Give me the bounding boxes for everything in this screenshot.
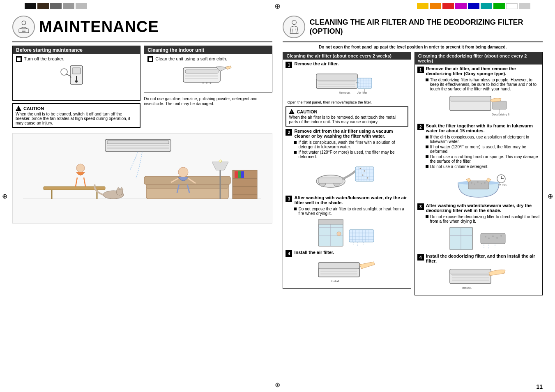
- step2-svg: [314, 161, 380, 194]
- color-bar: [506, 3, 518, 9]
- svg-line-33: [76, 178, 77, 187]
- deodorizing-step2-svg: 15 min: [448, 171, 509, 201]
- bullet-text: If dirt is conspicuous, wash the filter …: [298, 140, 408, 149]
- ac-unit-image: ✦ ✦ ✦: [147, 64, 268, 88]
- svg-point-120: [474, 184, 475, 185]
- bullet-square: [426, 215, 428, 218]
- color-bar: [519, 3, 530, 9]
- bullet-text: Do not expose the air filter to direct s…: [298, 207, 408, 216]
- step-num-4: 4: [286, 250, 292, 257]
- svg-point-82: [364, 171, 365, 172]
- svg-text:Install.: Install.: [331, 279, 340, 283]
- cleaning-note: Do not use gasoline, benzine, polishing …: [144, 95, 272, 107]
- air-filter-col: Cleaning the air filter (about once ever…: [283, 52, 411, 297]
- room-scene-svg: [23, 137, 261, 219]
- maintenance-title: MAINTENANCE: [39, 18, 159, 36]
- bullet-square: [294, 151, 297, 154]
- color-bar: [76, 3, 87, 9]
- registration-mark-top: [274, 2, 282, 10]
- svg-point-119: [471, 182, 472, 184]
- bullet-square: [294, 208, 297, 210]
- color-bars-right: [417, 3, 530, 9]
- air-filter-header: Cleaning the air filter (about once ever…: [283, 52, 410, 60]
- before-starting-section: Before starting maintenance Turn off the…: [12, 46, 140, 101]
- cleaning-note-text: Do not use gasoline, benzine, polishing …: [144, 97, 257, 106]
- bullet-square: [426, 136, 428, 138]
- color-bar: [455, 3, 467, 9]
- svg-line-47: [292, 28, 293, 33]
- step2-image: [286, 161, 408, 194]
- svg-point-84: [367, 178, 368, 179]
- bullet-item: If the dirt is conspicuous, use a soluti…: [426, 135, 540, 144]
- step3-d-label: After washing with water/lukewarm water,…: [426, 203, 540, 213]
- svg-rect-141: [450, 269, 491, 274]
- svg-rect-112: [450, 96, 491, 101]
- svg-point-123: [484, 182, 486, 184]
- ac-unit-svg: ✦ ✦ ✦: [181, 64, 235, 88]
- svg-point-32: [76, 164, 85, 172]
- deodorizing-header: Cleaning the deodorizing filter (about o…: [415, 52, 542, 65]
- before-starting-col: Before starting maintenance Turn off the…: [12, 46, 140, 130]
- step3-label: After washing with water/lukewarm water,…: [294, 195, 408, 205]
- svg-point-133: [488, 238, 490, 239]
- step2-d-label: Soak the filter together with its frame …: [426, 123, 540, 133]
- bullet-item: If dirt is conspicuous, wash the filter …: [294, 140, 408, 149]
- svg-point-136: [500, 235, 502, 237]
- registration-mark-left: [2, 192, 7, 200]
- step-item: Turn off the breaker.: [16, 56, 137, 62]
- deodorizing-step2-image: 15 min: [417, 171, 540, 201]
- color-bars-left: [25, 3, 87, 9]
- color-bar: [468, 3, 479, 9]
- right-header-title: CLEANING THE AIR FILTER AND THE DEODORIZ…: [309, 18, 543, 36]
- step-num-d2: 2: [417, 124, 424, 130]
- caution-box-left: CAUTION When the unit is to be cleaned, …: [12, 103, 140, 128]
- right-columns: Cleaning the air filter (about once ever…: [283, 52, 543, 297]
- step1-clean-text: Clean the unit using a soft dry cloth.: [155, 56, 227, 61]
- caution-af-text: When the air filter is to be removed, do…: [289, 115, 405, 124]
- caution-label: CAUTION: [23, 106, 44, 111]
- svg-line-48: [296, 28, 297, 33]
- svg-text:Deodorizing filter: Deodorizing filter: [492, 113, 509, 116]
- maintenance-header: MAINTENANCE: [12, 12, 272, 42]
- bullet-square: [426, 155, 428, 158]
- svg-point-122: [481, 183, 482, 184]
- svg-point-103: [337, 232, 341, 236]
- svg-text:←: ←: [355, 80, 360, 85]
- air-filter-section: Cleaning the air filter (about once ever…: [283, 52, 411, 289]
- person-icon-svg: [286, 19, 302, 35]
- step1-text: Turn off the breaker.: [24, 56, 64, 61]
- deodorizing-step3-svg: [448, 225, 509, 252]
- svg-point-132: [485, 236, 486, 238]
- bullet-item: The deodorizing filter is harmless to pe…: [426, 78, 540, 91]
- step1-open-note: Open the front panel, then remove/replac…: [286, 100, 408, 104]
- svg-rect-50: [316, 74, 357, 80]
- svg-text:Remove.: Remove.: [339, 91, 350, 94]
- step3-d-bullets: Do not expose the deodorizing filter to …: [417, 214, 540, 224]
- maintenance-icon: [12, 16, 35, 38]
- svg-rect-105: [318, 263, 359, 269]
- deodorizing-step4: 4 Install the deodorizing filter, and th…: [417, 254, 540, 263]
- bullet-item: Do not expose the deodorizing filter to …: [426, 214, 540, 224]
- svg-point-38: [219, 160, 221, 162]
- maintenance-sections: Before starting maintenance Turn off the…: [12, 46, 272, 130]
- caution-af-label: CAUTION: [297, 109, 317, 114]
- color-bar: [493, 3, 505, 9]
- svg-rect-44: [238, 171, 241, 178]
- svg-point-81: [359, 168, 361, 169]
- bullet-item: Do not expose the air filter to direct s…: [294, 207, 408, 216]
- caution-header-af: CAUTION: [289, 109, 405, 114]
- svg-point-0: [22, 21, 26, 25]
- svg-point-27: [178, 167, 188, 177]
- deodorizing-step3: 3 After washing with water/lukewarm wate…: [417, 203, 540, 213]
- svg-text:✦ ✦ ✦: ✦ ✦ ✦: [202, 81, 212, 85]
- color-bar: [63, 3, 74, 9]
- bullet-item: Do not use a chlorine detergent.: [426, 164, 540, 169]
- deodorizing-step4-image: Install.: [417, 265, 540, 292]
- bullet-text: If hot water (120°F or more) is used, th…: [298, 150, 408, 159]
- bullet-item: Do not use a scrubbing brush or sponge. …: [426, 154, 540, 164]
- before-starting-content: Turn off the breaker.: [13, 54, 140, 100]
- svg-point-83: [362, 175, 363, 176]
- breaker-image: [16, 64, 137, 97]
- air-filter-step1: 1 Remove the air filter.: [286, 61, 408, 68]
- bullet-square: [426, 165, 428, 168]
